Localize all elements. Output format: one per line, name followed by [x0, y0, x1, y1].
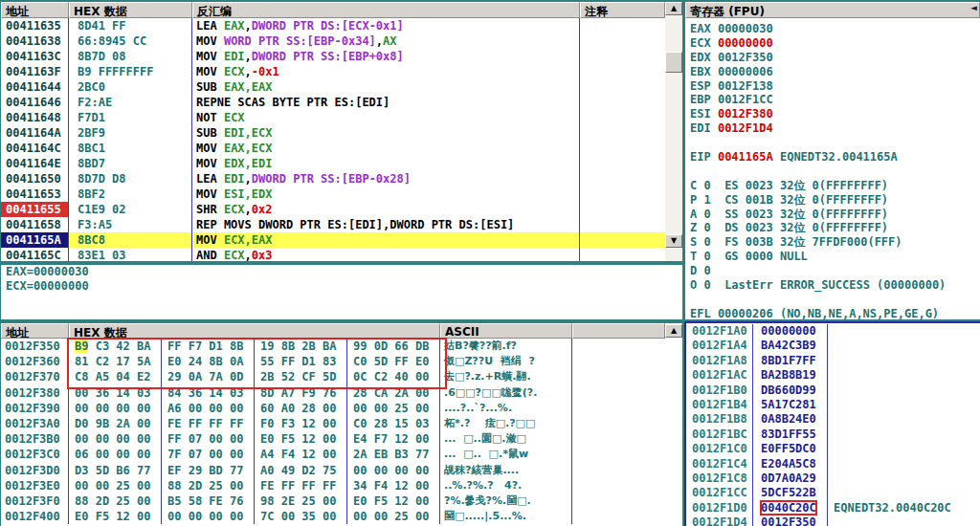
- dump-hex-group: E0 F5 12 00: [255, 431, 347, 447]
- instruction-text: MOV ECX,-0x1: [192, 64, 580, 79]
- stack-row[interactable]: 0012F1C80D7A0A29: [686, 471, 980, 486]
- scroll-up-icon[interactable]: ▲: [665, 2, 682, 15]
- instruction-address: 00411644: [1, 79, 69, 95]
- stack-row[interactable]: 0012F1D00040C20CEQNEDT32.0040C20C: [686, 501, 980, 515]
- stack-row[interactable]: 0012F1B80A8B24E0: [686, 412, 980, 427]
- dump-row[interactable]: 0012F3D0D3 5D B6 77EF 29 BD 77A0 49 D2 7…: [1, 463, 665, 478]
- instruction-part: ,: [376, 34, 383, 48]
- efl-line: EFL 00000206 (NO,NB,NE,A,NS,PE,GE,G): [690, 307, 939, 319]
- dump-row[interactable]: 0012F38000 36 14 0384 36 14 038D A7 F9 7…: [1, 385, 665, 401]
- disassembly-row[interactable]: 0041165A8BC8MOV ECX,EAX: [1, 232, 665, 248]
- stack-row[interactable]: 0012F1ACBA2B8B19: [686, 368, 980, 383]
- disassembly-row[interactable]: 0041164A2BF9SUB EDI,ECX: [1, 125, 665, 141]
- dump-hex-group: 88 2D 25 00: [69, 493, 162, 509]
- info-line-ecx: ECX=00000000: [1, 279, 682, 294]
- dump-hex-group: D0 9B 2A 00: [69, 416, 162, 431]
- disassembly-row[interactable]: 0041163FB9 FFFFFFFFMOV ECX,-0x1: [1, 64, 665, 79]
- instruction-address: 0041163C: [1, 49, 69, 64]
- scroll-down-icon[interactable]: ▼: [665, 234, 682, 248]
- instruction-comment: [580, 232, 665, 248]
- dump-row[interactable]: 0012F3F088 2D 25 00B5 58 FE 7698 2E 25 0…: [1, 493, 665, 509]
- instruction-part: LEA: [196, 19, 224, 33]
- stack-address: 0012F1D0: [686, 501, 753, 515]
- dump-ascii: 觇秣?絯营巢....: [440, 463, 572, 478]
- dump-hex-group: 00 00 00 00: [69, 401, 162, 416]
- dump-hex-group: B5 58 FE 76: [162, 493, 255, 509]
- dump-hex-group: 2B 52 CF 5D: [255, 369, 347, 384]
- stack-row[interactable]: 0012F1C0E0FF5DC0: [686, 442, 980, 456]
- dump-row[interactable]: 0012F3A0D0 9B 2A 00FE FF FF FFF0 F3 12 0…: [1, 416, 665, 431]
- dump-row[interactable]: 0012F36081 C2 17 5AE0 24 8B 0A55 FF D1 8…: [1, 354, 665, 369]
- disassembly-row[interactable]: 0041163C8B7D 08MOV EDI,DWORD PTR SS:[EBP…: [1, 49, 665, 64]
- disassembly-row[interactable]: 00411658F3:A5REP MOVS DWORD PTR ES:[EDI]…: [1, 217, 665, 232]
- instruction-comment: [580, 110, 665, 125]
- dump-row[interactable]: 0012F3B000 00 00 00FF 07 00 00E0 F5 12 0…: [1, 431, 665, 447]
- stack-row[interactable]: 0012F1A4BA42C3B9: [686, 339, 980, 353]
- instruction-comment: [580, 33, 665, 49]
- stack-comment: [828, 384, 980, 398]
- dump-row[interactable]: 0012F3C006 00 00 007F 07 00 00A4 F4 12 0…: [1, 447, 665, 462]
- stack-row[interactable]: 0012F1C4E204A5C8: [686, 457, 980, 471]
- dump-ascii: ... □.. □.*鼠w: [440, 447, 572, 462]
- scroll-up-icon[interactable]: ▲: [665, 324, 682, 338]
- collapse-left-icon[interactable]: ◄: [970, 3, 977, 12]
- instruction-part: DWORD PTR SS:[EBP-0x28]: [252, 172, 411, 186]
- dump-hex-group: 7F 07 00 00: [162, 447, 255, 462]
- disassembly-row[interactable]: 00411655C1E9 02SHR ECX,0x2: [1, 202, 665, 217]
- instruction-part: ,: [245, 249, 252, 261]
- disassembly-scrollbar[interactable]: ▲ ▼: [665, 2, 682, 261]
- instruction-part: ,: [245, 50, 252, 63]
- instruction-text: SUB EAX,EAX: [192, 79, 580, 95]
- stack-row[interactable]: 0012F1CC5DCF522B: [686, 486, 980, 500]
- disassembly-row[interactable]: 004116508D7D D8LEA EDI,DWORD PTR SS:[EBP…: [1, 171, 665, 186]
- disassembly-row[interactable]: 0041164C8BC1MOV EAX,ECX: [1, 141, 665, 156]
- dump-row[interactable]: 0012F3E000 00 25 0088 2D 25 00FE FF FF F…: [1, 478, 665, 493]
- instruction-bytes: 8BD7: [69, 156, 192, 171]
- disassembly-row[interactable]: 0041163866:8945 CCMOV WORD PTR SS:[EBP-0…: [1, 33, 665, 49]
- instruction-address: 00411638: [1, 33, 69, 49]
- dump-hex-group: 60 A0 28 00: [255, 401, 347, 416]
- register-line: O 0 LastErr ERROR_SUCCESS (00000000): [685, 278, 980, 293]
- highlighted-byte: B9: [75, 340, 88, 353]
- dump-blank-cell: [572, 369, 665, 384]
- disassembly-row[interactable]: 00411648F7D1NOT ECX: [1, 110, 665, 125]
- dump-ascii: 柘*.? 痃□.?□□: [440, 416, 572, 431]
- dump-row[interactable]: 0012F39000 00 00 00A6 00 00 0060 A0 28 0…: [1, 401, 665, 416]
- dump-ascii: ?%.曑戋?%.圙□.: [440, 493, 572, 509]
- instruction-bytes: C1E9 02: [69, 202, 192, 217]
- instruction-text: MOV EDX,EDI: [192, 156, 580, 171]
- stack-row[interactable]: 0012F1D40012F350: [686, 515, 980, 526]
- disassembly-row[interactable]: 004116442BC0SUB EAX,EAX: [1, 79, 665, 95]
- disassembly-row[interactable]: 004116538BF2MOV ESI,EDX: [1, 186, 665, 202]
- dump-blank-cell: [572, 509, 665, 524]
- stack-row[interactable]: 0012F1B45A17C281: [686, 398, 980, 412]
- dump-address: 0012F3C0: [1, 447, 69, 462]
- instruction-comment: [580, 125, 665, 141]
- disassembly-row[interactable]: 0041164E8BD7MOV EDX,EDI: [1, 156, 665, 171]
- dump-hex-group: FF 07 00 00: [162, 431, 255, 447]
- scrollbar-thumb[interactable]: [665, 52, 682, 73]
- dump-row[interactable]: 0012F400E0 F5 12 0000 00 00 007C 00 35 0…: [1, 509, 665, 524]
- stack-row[interactable]: 0012F1A88BD1F7FF: [686, 354, 980, 368]
- stack-address: 0012F1CC: [686, 486, 753, 500]
- instruction-part: EDX,EDI: [224, 157, 273, 170]
- dump-scrollbar[interactable]: ▲: [665, 323, 682, 526]
- stack-value-text: 5A17C281: [761, 398, 816, 411]
- stack-row[interactable]: 0012F1B0DB660D99: [686, 384, 980, 398]
- dump-row[interactable]: 0012F370C8 A5 04 E229 0A 7A 0D2B 52 CF 5…: [1, 369, 665, 384]
- dump-hex-group: 84 36 14 03: [162, 385, 255, 401]
- dump-ascii: ....?..`?...%.: [440, 401, 572, 416]
- disassembly-row[interactable]: 004116358D41 FFLEA EAX,DWORD PTR DS:[ECX…: [1, 18, 665, 33]
- disassembly-row[interactable]: 0041165C83E1 03AND ECX,0x3: [1, 248, 665, 261]
- instruction-part: EDI: [224, 50, 245, 63]
- register-line: [685, 164, 980, 179]
- stack-row[interactable]: 0012F1A000000000: [686, 324, 980, 339]
- dump-row[interactable]: 0012F350B9 C3 42 BAFF F7 D1 8B19 8B 2B B…: [1, 339, 665, 354]
- column-header-address: 地址: [1, 323, 69, 339]
- disassembly-row[interactable]: 00411646F2:AEREPNE SCAS BYTE PTR ES:[EDI…: [1, 95, 665, 110]
- instruction-part: EAX,ECX: [224, 142, 273, 155]
- instruction-part: ECX: [224, 65, 245, 78]
- dump-hex-group: 19 8B 2B BA: [255, 339, 347, 354]
- register-line: A 0 SS 0023 32位 0(FFFFFFFF): [685, 208, 980, 222]
- stack-row[interactable]: 0012F1BC83D1FF55: [686, 427, 980, 442]
